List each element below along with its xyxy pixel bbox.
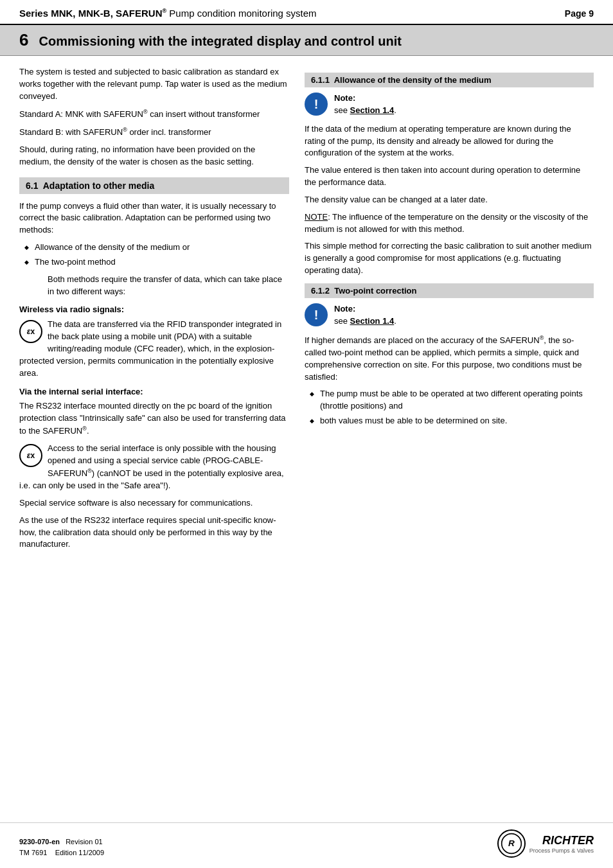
section-6-1-1-p2: The value entered is then taken into acc… [305,164,594,189]
section-6-1-1-p3: The density value can be changed at a la… [305,194,594,206]
serial-label: Via the internal serial interface: [19,386,289,398]
page: Series MNK, MNK-B, SAFERUN® Pump conditi… [0,0,613,868]
section-6-1-p1: If the pump conveys a fluid other than w… [19,200,289,237]
section-6-1-1-p5: This simple method for correcting the ba… [305,240,594,277]
footer-left: 9230-070-en Revision 01 TM 7691 Edition … [19,837,104,858]
note-icon-6-1-2: ! [305,303,328,326]
intro-p2a: Standard A: MNK with SAFERUN® can insert… [19,108,289,121]
note-box-6-1-2: ! Note: see Section 1.4. [305,303,594,328]
richter-sub: Process Pumps & Valves [529,847,594,854]
list-item: both values must be able to be determine… [310,415,594,427]
chapter-title: Commissioning with the integrated displa… [39,34,401,49]
section-6-1-1-p1: If the data of the medium at operating t… [305,123,594,160]
note-box-6-1-1: ! Note: see Section 1.4. [305,93,594,117]
serial-ex-text: Access to the serial interface is only p… [19,443,289,492]
serial-p3: As the use of the RS232 interface requir… [19,515,289,551]
header-title: Series MNK, MNK-B, SAFERUN® Pump conditi… [19,8,317,19]
note-text-6-1-2: Note: see Section 1.4. [334,303,396,328]
main-content: The system is tested and subjected to ba… [0,56,613,822]
note-text-6-1-1: Note: see Section 1.4. [334,93,396,117]
richter-name: RICHTER [529,834,594,847]
chapter-number: 6 [19,30,28,50]
section-6-1-heading: 6.1 Adaptation to other media [19,177,289,194]
wireless-text: The data are transferred via the RFID tr… [19,319,289,379]
footer-right: R RICHTER Process Pumps & Valves [497,829,594,858]
intro-p2b: Standard B: with SAFERUN® order incl. tr… [19,126,289,139]
svg-text:R: R [508,838,515,848]
section-6-1-1-p4: NOTE: The influence of the temperature o… [305,211,594,236]
list-item: The pump must be able to be operated at … [310,388,594,412]
intro-p3: Should, during rating, no information ha… [19,144,289,168]
methods-both-intro: Both methods require the transfer of dat… [48,274,289,298]
richter-text: RICHTER Process Pumps & Valves [529,834,594,854]
two-point-list: The pump must be able to be operated at … [310,388,594,427]
methods-list: Allowance of the density of the medium o… [24,242,289,269]
header-title-suffix: Pump condition monitoring system [169,8,316,19]
list-item: The two-point method [24,256,289,269]
footer-tm: TM 7691 Edition 11/2009 [19,847,104,858]
left-column: The system is tested and subjected to ba… [19,66,289,812]
section-link-6-1-1[interactable]: Section 1.4 [350,105,395,115]
serial-p1: The RS232 interface mounted directly on … [19,400,289,438]
section-6-1-2-p1: If higher demands are placed on the accu… [305,334,594,384]
footer-doc-number: 9230-070-en Revision 01 [19,837,104,847]
ex-symbol-serial: εx [19,444,42,467]
section-link-6-1-2[interactable]: Section 1.4 [350,316,395,326]
header-title-bold: Series MNK, MNK-B, SAFERUN® [19,8,166,19]
reg-sup: ® [143,109,148,115]
note-icon-6-1-1: ! [305,93,328,116]
right-column: 6.1.1 Allowance of the density of the me… [305,66,594,812]
richter-logo-circle: R [497,829,526,858]
header-page: Page 9 [565,8,594,19]
serial-ex-block: εx Access to the serial interface is onl… [19,443,289,492]
section-6-1-1-heading: 6.1.1 Allowance of the density of the me… [305,73,594,87]
page-header: Series MNK, MNK-B, SAFERUN® Pump conditi… [0,0,613,25]
wireless-label: Wireless via radio signals: [19,304,289,316]
serial-p2: Special service software is also necessa… [19,497,289,509]
chapter-heading: 6 Commissioning with the integrated disp… [0,25,613,56]
richter-logo: R RICHTER Process Pumps & Valves [497,829,594,858]
page-footer: 9230-070-en Revision 01 TM 7691 Edition … [0,822,613,868]
reg-sup-2: ® [123,127,127,133]
intro-p1: The system is tested and subjected to ba… [19,66,289,103]
section-6-1-2-heading: 6.1.2 Two-point correction [305,283,594,298]
list-item: Allowance of the density of the medium o… [24,242,289,254]
wireless-ex-block: εx The data are transferred via the RFID… [19,319,289,379]
